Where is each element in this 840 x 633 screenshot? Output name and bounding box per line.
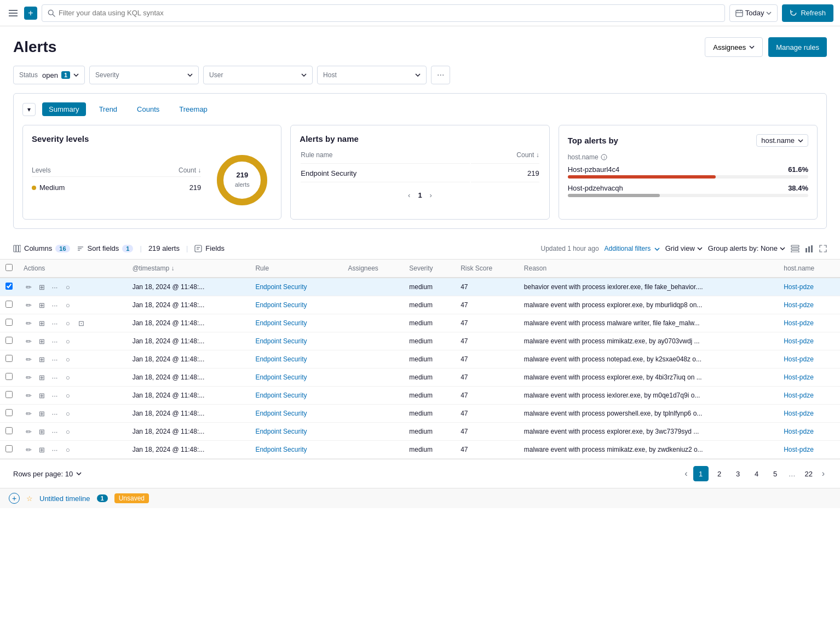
row-checkbox[interactable] [5, 445, 13, 452]
host-link[interactable]: Host-pdze [784, 283, 814, 291]
host-link[interactable]: Host-pdze [784, 373, 814, 381]
timestamp-col-header[interactable]: @timestamp ↓ [127, 260, 250, 278]
status-icon[interactable]: ○ [63, 318, 73, 328]
edit-icon[interactable]: ✏ [24, 427, 33, 436]
rule-link[interactable]: Endpoint Security [255, 446, 307, 453]
host-link[interactable]: Host-pdze [784, 337, 814, 345]
rule-link[interactable]: Endpoint Security [255, 319, 307, 327]
tab-summary[interactable]: Summary [42, 102, 86, 116]
edit-icon[interactable]: ✏ [24, 300, 33, 310]
group-by-selector[interactable]: Group alerts by: None [708, 244, 785, 252]
sort-fields-control[interactable]: Sort fields 1 [77, 244, 134, 252]
kql-input[interactable] [59, 9, 719, 17]
favorite-icon[interactable]: ☆ [26, 494, 33, 503]
row-checkbox[interactable] [5, 337, 13, 344]
rule-link[interactable]: Endpoint Security [255, 301, 307, 309]
more-actions-icon[interactable]: ··· [50, 336, 60, 346]
investigate-icon[interactable]: ⊞ [37, 282, 47, 292]
status-icon[interactable]: ○ [63, 372, 73, 382]
host-link[interactable]: Host-pdze [784, 319, 814, 327]
row-checkbox[interactable] [5, 283, 13, 290]
investigate-icon[interactable]: ⊞ [37, 390, 47, 400]
host-link[interactable]: Host-pdze [784, 301, 814, 309]
tab-counts[interactable]: Counts [130, 102, 166, 116]
chart-toggle[interactable] [805, 245, 814, 252]
prev-page-button[interactable]: ‹ [405, 190, 413, 200]
assignees-button[interactable]: Assignees [705, 37, 763, 57]
fields-control[interactable]: Fields [194, 244, 225, 252]
page-4-button[interactable]: 4 [749, 466, 764, 481]
more-actions-icon[interactable]: ··· [50, 408, 60, 418]
add-tab-button[interactable]: + [24, 7, 37, 20]
top-alerts-select[interactable]: host.name [756, 134, 808, 147]
investigate-icon[interactable]: ⊞ [37, 427, 47, 436]
status-icon[interactable]: ○ [63, 300, 73, 310]
host-link[interactable]: Host-pdze [784, 428, 814, 435]
status-icon[interactable]: ○ [63, 354, 73, 364]
kql-search-bar[interactable] [42, 4, 725, 22]
edit-icon[interactable]: ✏ [24, 336, 33, 346]
timeline-title[interactable]: Untitled timeline [39, 494, 90, 503]
grid-view-selector[interactable]: Grid view [665, 244, 703, 252]
row-checkbox[interactable] [5, 373, 13, 380]
status-icon[interactable]: ○ [63, 336, 73, 346]
fullscreen-toggle[interactable] [819, 245, 827, 252]
host-link[interactable]: Host-pdze [784, 410, 814, 417]
row-checkbox[interactable] [5, 427, 13, 434]
more-actions-icon[interactable]: ··· [50, 390, 60, 400]
status-icon[interactable]: ○ [63, 408, 73, 418]
host-link[interactable]: Host-pdze [784, 355, 814, 363]
status-filter[interactable]: Status open 1 [13, 66, 85, 84]
more-actions-icon[interactable]: ··· [50, 427, 60, 436]
next-page-button[interactable]: › [820, 469, 827, 479]
collapse-button[interactable]: ▾ [22, 103, 36, 116]
edit-icon[interactable]: ✏ [24, 318, 33, 328]
menu-button[interactable] [7, 7, 20, 20]
page-22-button[interactable]: 22 [801, 466, 816, 481]
rule-link[interactable]: Endpoint Security [255, 428, 307, 435]
rule-link[interactable]: Endpoint Security [255, 337, 307, 345]
more-actions-icon[interactable]: ··· [50, 372, 60, 382]
edit-icon[interactable]: ✏ [24, 445, 33, 454]
edit-icon[interactable]: ✏ [24, 408, 33, 418]
status-icon[interactable]: ○ [63, 282, 73, 292]
page-5-button[interactable]: 5 [768, 466, 783, 481]
row-checkbox[interactable] [5, 319, 13, 326]
columns-control[interactable]: Columns 16 [13, 244, 70, 252]
prev-page-button[interactable]: ‹ [682, 469, 689, 479]
more-actions-icon[interactable]: ··· [50, 354, 60, 364]
manage-rules-button[interactable]: Manage rules [768, 37, 827, 57]
rule-link[interactable]: Endpoint Security [255, 283, 307, 291]
host-filter[interactable]: Host [317, 66, 427, 84]
status-icon[interactable]: ○ [63, 427, 73, 436]
investigate-icon[interactable]: ⊞ [37, 336, 47, 346]
rule-link[interactable]: Endpoint Security [255, 355, 307, 363]
investigate-icon[interactable]: ⊞ [37, 354, 47, 364]
add-timeline-button[interactable]: + [9, 493, 20, 504]
more-actions-icon[interactable]: ··· [50, 318, 60, 328]
additional-filters-link[interactable]: Additional filters [605, 245, 660, 252]
edit-icon[interactable]: ✏ [24, 354, 33, 364]
edit-icon[interactable]: ✏ [24, 282, 33, 292]
more-actions-icon[interactable]: ··· [50, 445, 60, 454]
rule-link[interactable]: Endpoint Security [255, 392, 307, 399]
page-3-button[interactable]: 3 [730, 466, 746, 481]
page-2-button[interactable]: 2 [712, 466, 727, 481]
investigate-icon[interactable]: ⊞ [37, 318, 47, 328]
more-actions-icon[interactable]: ··· [50, 282, 60, 292]
select-all-checkbox[interactable] [5, 264, 13, 271]
date-picker[interactable]: Today [729, 4, 778, 22]
tab-trend[interactable]: Trend [93, 102, 124, 116]
investigate-icon[interactable]: ⊞ [37, 408, 47, 418]
investigate-icon[interactable]: ⊞ [37, 372, 47, 382]
expand-icon[interactable]: ⊡ [76, 318, 86, 328]
host-link[interactable]: Host-pdze [784, 392, 814, 399]
more-filters-button[interactable]: ··· [431, 66, 450, 84]
page-1-button[interactable]: 1 [693, 466, 709, 481]
refresh-button[interactable]: Refresh [782, 4, 833, 22]
edit-icon[interactable]: ✏ [24, 390, 33, 400]
status-icon[interactable]: ○ [63, 390, 73, 400]
severity-filter[interactable]: Severity [89, 66, 199, 84]
row-checkbox[interactable] [5, 409, 13, 416]
row-checkbox[interactable] [5, 355, 13, 362]
